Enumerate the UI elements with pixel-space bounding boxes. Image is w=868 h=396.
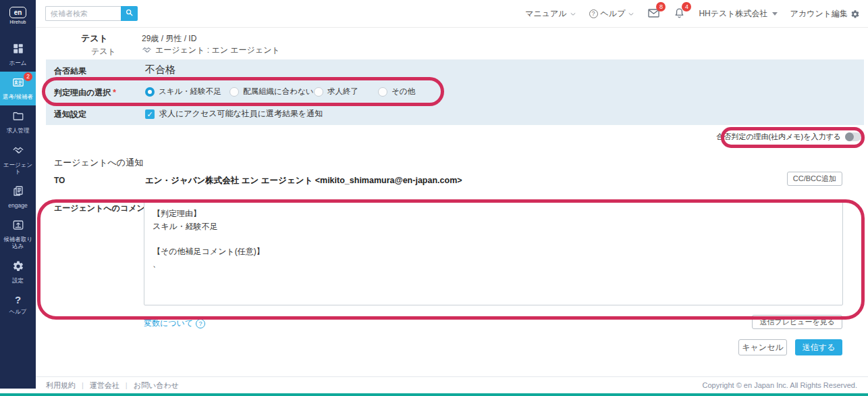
account-edit-label: アカウント編集 [790, 8, 848, 20]
submit-button[interactable]: 送信する [795, 339, 842, 355]
question-circle-icon: ? [589, 9, 598, 18]
variables-link-label: 変数について [144, 318, 193, 329]
candidates-badge: 2 [24, 72, 32, 81]
notifications-badge: 4 [682, 2, 691, 11]
gear-icon [850, 9, 860, 19]
sidebar-item-label: 候補者取り込み [0, 236, 36, 249]
agent-comment-textarea[interactable]: 【判定理由】 スキル・経験不足 【その他補足コメント(任意)】 、 [144, 201, 843, 305]
search-input[interactable] [45, 6, 121, 21]
candidate-kana: テスト [91, 46, 116, 57]
sidebar-item-jobs[interactable]: 求人管理 [0, 105, 36, 139]
documents-icon [12, 188, 24, 199]
radio-label: その他 [391, 86, 415, 97]
company-menu[interactable]: HHテスト株式会社 [699, 8, 777, 20]
ccbcc-add-button[interactable]: CC/BCC追加 [787, 172, 842, 186]
sidebar-item-label: engage [0, 202, 36, 209]
sidebar-item-label: ホーム [0, 59, 36, 66]
en-logo-icon: en [9, 7, 26, 18]
question-mark-icon: ? [0, 294, 36, 306]
help-menu[interactable]: ? ヘルプ [589, 8, 635, 20]
sidebar-item-engage[interactable]: engage [0, 180, 36, 214]
checkbox-checked-icon: ✓ [145, 109, 155, 119]
notify-checkbox-label: 求人にアクセス可能な社員に選考結果を通知 [159, 108, 323, 120]
radio-other[interactable]: その他 [378, 86, 415, 97]
sidebar-item-label: 選考/候補者 [0, 93, 36, 100]
bottom-accent-bar [0, 393, 868, 396]
help-label: ヘルプ [601, 8, 626, 20]
notify-label: 通知設定 [54, 109, 86, 120]
caret-down-icon [772, 12, 778, 16]
toggle-knob [845, 132, 854, 141]
footer: 利用規約 | 運営会社 | お問い合わせ Copyright © en Japa… [36, 376, 868, 393]
candidate-agent-info: エージェント : エン エージェント [142, 45, 280, 56]
memo-toggle-switch[interactable] [845, 132, 861, 141]
contact-link[interactable]: お問い合わせ [134, 380, 179, 391]
footer-separator: | [82, 381, 84, 389]
required-mark: * [113, 88, 116, 97]
memo-toggle-label: 合否判定の理由(社内メモ)を入力する [716, 132, 841, 142]
candidate-name: テスト [81, 32, 108, 45]
footer-links: 利用規約 | 運営会社 | お問い合わせ [46, 380, 179, 391]
account-edit-button[interactable]: アカウント編集 [790, 8, 860, 20]
main-content: 合否結果 不合格 判定理由の選択* スキル・経験不足 配属組織に合わない 求人終… [36, 59, 868, 376]
preview-button[interactable]: 送信プレビューを見る [752, 315, 842, 329]
sidebar: en Hirehub ホーム 2 選考/候補者 求人管理 エージェント [0, 0, 36, 389]
question-circle-icon: ? [196, 319, 205, 328]
radio-job-closed[interactable]: 求人終了 [314, 86, 378, 97]
company-link[interactable]: 運営会社 [90, 380, 119, 391]
handshake-icon [142, 45, 152, 55]
home-grid-icon [12, 45, 24, 57]
folder-icon [12, 113, 24, 124]
reason-radio-group: スキル・経験不足 配属組織に合わない 求人終了 その他 [145, 86, 415, 97]
radio-icon [314, 87, 323, 97]
radio-skill-shortage[interactable]: スキル・経験不足 [145, 86, 229, 97]
cancel-button[interactable]: キャンセル [738, 339, 787, 355]
radio-label: 求人終了 [327, 86, 358, 97]
manual-menu[interactable]: マニュアル [525, 8, 576, 20]
notify-checkbox-row[interactable]: ✓ 求人にアクセス可能な社員に選考結果を通知 [145, 108, 323, 120]
radio-label: スキル・経験不足 [159, 86, 221, 97]
manual-label: マニュアル [525, 8, 566, 20]
result-value: 不合格 [145, 64, 175, 76]
radio-icon [378, 87, 387, 97]
topbar-menu: マニュアル ? ヘルプ 8 4 HHテスト株式会社 アカウント編集 [525, 0, 860, 28]
import-box-icon [12, 222, 24, 233]
chevron-down-icon [570, 11, 576, 18]
to-label: TO [54, 176, 65, 185]
sidebar-item-label: エージェント [0, 162, 36, 175]
sidebar-item-import[interactable]: 候補者取り込み [0, 214, 36, 255]
sidebar-item-agent[interactable]: エージェント [0, 140, 36, 180]
search-button[interactable] [121, 6, 138, 21]
sidebar-item-label: 求人管理 [0, 127, 36, 134]
copyright-text: Copyright © en Japan Inc. All Rights Res… [703, 381, 857, 389]
result-label: 合否結果 [54, 66, 86, 77]
sidebar-item-home[interactable]: ホーム [0, 38, 36, 72]
app-logo[interactable]: en Hirehub [0, 0, 36, 31]
sidebar-item-label: 設定 [0, 277, 36, 284]
handshake-icon [12, 147, 24, 159]
search-icon [125, 8, 134, 19]
to-value: エン・ジャパン株式会社 エン エージェント <mikito_shimamura@… [145, 175, 462, 187]
radio-label: 配属組織に合わない [243, 86, 314, 97]
radio-org-mismatch[interactable]: 配属組織に合わない [229, 86, 314, 97]
footer-separator: | [126, 381, 128, 389]
logo-name: Hirehub [9, 20, 26, 24]
sidebar-item-candidates[interactable]: 2 選考/候補者 [0, 72, 36, 105]
candidate-header: テスト 29歳 / 男性 / ID テスト エージェント : エン エージェント [36, 28, 868, 59]
candidate-search [45, 6, 138, 21]
id-card-icon [12, 79, 24, 91]
notifications-button[interactable]: 4 [673, 7, 686, 22]
sidebar-item-help[interactable]: ? ヘルプ [0, 289, 36, 320]
agent-notice-title: エージェントへの通知 [54, 157, 143, 169]
mail-button[interactable]: 8 [647, 7, 660, 22]
reason-label: 判定理由の選択* [54, 87, 116, 99]
sidebar-item-settings[interactable]: 設定 [0, 255, 36, 289]
company-name: HHテスト株式会社 [699, 8, 767, 20]
candidate-meta: 29歳 / 男性 / ID [142, 33, 196, 45]
sidebar-nav: ホーム 2 選考/候補者 求人管理 エージェント engage 候補者取り [0, 38, 36, 320]
terms-link[interactable]: 利用規約 [46, 380, 76, 391]
radio-selected-icon [145, 87, 155, 97]
app-window: en Hirehub ホーム 2 選考/候補者 求人管理 エージェント [0, 0, 868, 396]
chevron-down-icon [628, 11, 634, 18]
variables-help-link[interactable]: 変数について ? [144, 318, 205, 329]
